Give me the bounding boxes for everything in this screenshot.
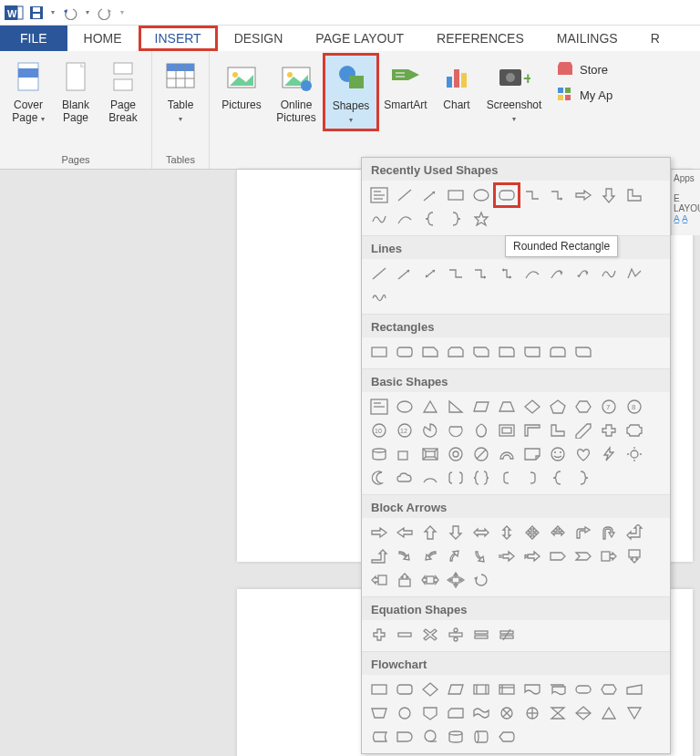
- page-break-button[interactable]: Page Break: [100, 55, 146, 128]
- shape-down-arrow-callout[interactable]: [623, 545, 646, 567]
- shape-double-bracket[interactable]: [444, 467, 468, 489]
- shape-curved-right-arrow[interactable]: [393, 545, 417, 567]
- shape-right-arrow[interactable]: [571, 184, 595, 206]
- my-apps-button[interactable]: My Ap: [556, 82, 612, 108]
- screenshot-button[interactable]: + Screenshot▾: [481, 55, 547, 128]
- shape-bent-arrow[interactable]: [571, 522, 595, 544]
- shape-curve-double-arrow[interactable]: [571, 263, 595, 285]
- shape-curve-connector[interactable]: [520, 263, 544, 285]
- tab-insert[interactable]: INSERT: [139, 26, 218, 51]
- shape-left-brace[interactable]: [418, 208, 442, 230]
- shape-connector-elbow-arrow[interactable]: [546, 184, 570, 206]
- shape-not-equal[interactable]: [495, 624, 519, 646]
- qat-caret-icon[interactable]: ▾: [49, 8, 57, 16]
- shape-multidocument[interactable]: [546, 678, 570, 700]
- shape-can[interactable]: [367, 443, 391, 465]
- shape-equal[interactable]: [469, 624, 493, 646]
- shape-down-arrow[interactable]: [444, 522, 468, 544]
- shape-left-arrow-callout[interactable]: [367, 569, 391, 591]
- shape-manual-operation[interactable]: [367, 702, 391, 724]
- shape-no-symbol[interactable]: [469, 443, 493, 465]
- shape-bent-up-arrow[interactable]: [367, 545, 391, 567]
- shape-freeform[interactable]: [367, 208, 391, 230]
- shape-block-arc[interactable]: [495, 443, 519, 465]
- tab-more[interactable]: R: [634, 26, 676, 51]
- shape-decision[interactable]: [418, 678, 442, 700]
- shape-right-bracket[interactable]: [520, 467, 544, 489]
- shape-trapezoid[interactable]: [495, 396, 519, 418]
- shape-right-triangle[interactable]: [444, 396, 468, 418]
- shape-or[interactable]: [520, 702, 544, 724]
- shape-chord[interactable]: [444, 419, 468, 441]
- shape-right-brace[interactable]: [571, 467, 595, 489]
- shape-lightning-bolt[interactable]: [597, 443, 621, 465]
- shape-octagon[interactable]: 8: [623, 396, 646, 418]
- shape-internal-storage[interactable]: [495, 678, 519, 700]
- shape-display[interactable]: [495, 726, 519, 748]
- shape-left-arrow[interactable]: [393, 522, 417, 544]
- shape-frame[interactable]: [495, 419, 519, 441]
- shape-hexagon[interactable]: [571, 396, 595, 418]
- shape-line-arrow[interactable]: [418, 184, 442, 206]
- tab-mailings[interactable]: MAILINGS: [540, 26, 634, 51]
- shape-multiply[interactable]: [418, 624, 442, 646]
- shape-sequential-access[interactable]: [418, 726, 442, 748]
- cover-page-button[interactable]: Cover Page ▾: [5, 55, 51, 128]
- shape-plus[interactable]: [367, 624, 391, 646]
- shape-scribble[interactable]: [367, 286, 391, 308]
- shape-rectangle[interactable]: [367, 341, 391, 363]
- shape-magnetic-disk[interactable]: [444, 726, 468, 748]
- shape-cross[interactable]: [597, 419, 621, 441]
- shape-triangle[interactable]: [418, 396, 442, 418]
- shape-bevel[interactable]: [418, 443, 442, 465]
- shape-curve-arrow-connector[interactable]: [546, 263, 570, 285]
- shape-pentagon-arrow[interactable]: [546, 545, 570, 567]
- shape-left-right-arrow-callout[interactable]: [418, 569, 442, 591]
- shape-oval[interactable]: [469, 184, 493, 206]
- shape-rounded-rectangle[interactable]: [393, 341, 417, 363]
- shape-diagonal-stripe[interactable]: [571, 419, 595, 441]
- shape-left-right-arrow[interactable]: [469, 522, 493, 544]
- shape-chevron[interactable]: [571, 545, 595, 567]
- pictures-button[interactable]: Pictures: [215, 55, 268, 128]
- tab-design[interactable]: DESIGN: [218, 26, 300, 51]
- shape-document[interactable]: [520, 678, 544, 700]
- shape-cube[interactable]: [393, 443, 417, 465]
- shape-heart[interactable]: [571, 443, 595, 465]
- shape-double-brace[interactable]: [469, 467, 493, 489]
- shape-extract[interactable]: [597, 702, 621, 724]
- shape-left-right-up-arrow[interactable]: [546, 522, 570, 544]
- shape-right-arrow-callout[interactable]: [597, 545, 621, 567]
- shape-uturn-arrow[interactable]: [597, 522, 621, 544]
- shape-stored-data[interactable]: [367, 726, 391, 748]
- tab-home[interactable]: HOME: [67, 26, 139, 51]
- shape-curved-down-arrow[interactable]: [469, 545, 493, 567]
- shape-up-arrow[interactable]: [418, 522, 442, 544]
- tab-references[interactable]: REFERENCES: [420, 26, 540, 51]
- chart-button[interactable]: Chart: [434, 55, 479, 128]
- save-icon[interactable]: [29, 5, 44, 20]
- store-button[interactable]: Store: [556, 57, 612, 82]
- shape-curved-left-arrow[interactable]: [418, 545, 442, 567]
- shape-process[interactable]: [367, 678, 391, 700]
- shape-terminator[interactable]: [571, 678, 595, 700]
- tab-page-layout[interactable]: PAGE LAYOUT: [299, 26, 420, 51]
- shape-curve[interactable]: [393, 208, 417, 230]
- shape-dodecagon[interactable]: 12: [393, 419, 417, 441]
- shape-connector[interactable]: [393, 702, 417, 724]
- shape-circular-arrow[interactable]: [469, 569, 493, 591]
- shape-collate[interactable]: [546, 702, 570, 724]
- shape-offpage-connector[interactable]: [418, 702, 442, 724]
- shape-teardrop[interactable]: [469, 419, 493, 441]
- qat-more-icon[interactable]: ▾: [118, 8, 126, 16]
- shape-donut[interactable]: [444, 443, 468, 465]
- shape-snip-round-single[interactable]: [495, 341, 519, 363]
- shape-plaque[interactable]: [623, 419, 646, 441]
- shape-l-shape[interactable]: [623, 184, 646, 206]
- shape-round-diagonal[interactable]: [571, 341, 595, 363]
- shape-snip-diagonal-corner[interactable]: [469, 341, 493, 363]
- smartart-button[interactable]: SmartArt: [379, 55, 432, 128]
- shape-freeform[interactable]: [623, 263, 646, 285]
- shape-data[interactable]: [444, 678, 468, 700]
- shape-connector-elbow[interactable]: [520, 184, 544, 206]
